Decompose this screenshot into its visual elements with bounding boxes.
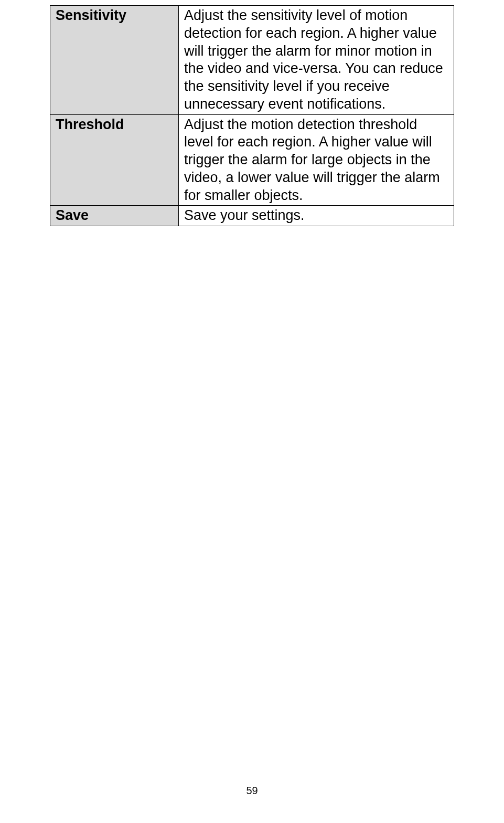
setting-label: Threshold [50,114,179,206]
setting-description: Adjust the sensitivity level of motion d… [179,6,454,115]
setting-label: Sensitivity [50,6,179,115]
setting-description: Save your settings. [179,206,454,226]
table-row: Sensitivity Adjust the sensitivity level… [50,6,454,115]
table-row: Save Save your settings. [50,206,454,226]
setting-label: Save [50,206,179,226]
setting-description: Adjust the motion detection threshold le… [179,114,454,206]
table-row: Threshold Adjust the motion detection th… [50,114,454,206]
page-number: 59 [0,785,504,797]
settings-table: Sensitivity Adjust the sensitivity level… [50,5,454,226]
